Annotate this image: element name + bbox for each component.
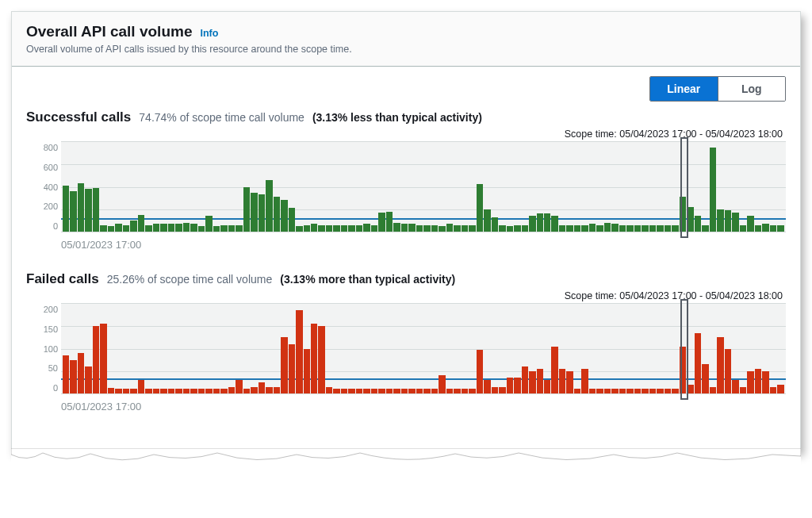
- bar[interactable]: [401, 224, 408, 232]
- bar[interactable]: [236, 380, 242, 393]
- bar[interactable]: [566, 225, 573, 232]
- bar[interactable]: [454, 225, 460, 232]
- bar[interactable]: [78, 183, 84, 232]
- bar[interactable]: [153, 389, 159, 393]
- bar[interactable]: [190, 389, 197, 393]
- bar[interactable]: [296, 310, 302, 393]
- bar[interactable]: [296, 226, 302, 232]
- bar[interactable]: [710, 387, 716, 393]
- bar[interactable]: [175, 389, 182, 393]
- bar[interactable]: [695, 216, 701, 232]
- bar[interactable]: [274, 197, 280, 232]
- bar[interactable]: [311, 324, 317, 393]
- bar[interactable]: [589, 389, 596, 393]
- bar[interactable]: [63, 355, 69, 393]
- bar[interactable]: [611, 224, 618, 232]
- bar[interactable]: [85, 366, 91, 393]
- bar[interactable]: [725, 349, 731, 394]
- bar[interactable]: [363, 389, 370, 393]
- bar[interactable]: [431, 225, 438, 232]
- bar[interactable]: [356, 225, 362, 232]
- bar[interactable]: [333, 225, 339, 232]
- bar[interactable]: [326, 225, 332, 232]
- bar[interactable]: [619, 225, 626, 232]
- bar[interactable]: [529, 371, 535, 393]
- bar[interactable]: [717, 209, 723, 232]
- bar[interactable]: [63, 186, 69, 232]
- bar[interactable]: [378, 213, 385, 232]
- bar[interactable]: [318, 225, 324, 232]
- bar[interactable]: [477, 184, 483, 232]
- bar[interactable]: [642, 389, 648, 393]
- bar[interactable]: [559, 225, 565, 232]
- bar[interactable]: [356, 389, 362, 393]
- bar[interactable]: [499, 225, 505, 232]
- bar[interactable]: [642, 225, 648, 232]
- bar[interactable]: [596, 225, 603, 232]
- bar[interactable]: [499, 387, 505, 393]
- bar[interactable]: [604, 389, 611, 393]
- bar[interactable]: [70, 191, 76, 232]
- bar[interactable]: [514, 225, 520, 232]
- bar[interactable]: [281, 200, 287, 232]
- bar[interactable]: [649, 225, 656, 232]
- bar[interactable]: [619, 389, 626, 393]
- bar[interactable]: [702, 225, 708, 232]
- bar[interactable]: [762, 224, 768, 232]
- bar[interactable]: [634, 389, 641, 393]
- bar[interactable]: [378, 389, 385, 393]
- bar[interactable]: [551, 216, 557, 232]
- bar[interactable]: [311, 224, 317, 232]
- bar[interactable]: [431, 389, 438, 393]
- bar[interactable]: [408, 224, 415, 232]
- bar[interactable]: [566, 371, 573, 393]
- bar[interactable]: [484, 209, 490, 232]
- bar[interactable]: [484, 380, 490, 393]
- bar[interactable]: [717, 337, 723, 393]
- bar[interactable]: [665, 389, 671, 393]
- bar[interactable]: [220, 225, 227, 232]
- bar[interactable]: [371, 225, 377, 232]
- bar[interactable]: [100, 225, 106, 232]
- bar[interactable]: [145, 225, 151, 232]
- bar[interactable]: [740, 225, 746, 232]
- bar[interactable]: [574, 225, 580, 232]
- bar[interactable]: [115, 224, 121, 232]
- bar[interactable]: [108, 388, 114, 393]
- bar[interactable]: [251, 387, 257, 393]
- bar[interactable]: [289, 208, 295, 232]
- bar[interactable]: [589, 224, 596, 232]
- bar[interactable]: [469, 389, 475, 393]
- bar[interactable]: [611, 389, 618, 393]
- bar[interactable]: [446, 389, 453, 393]
- bar[interactable]: [672, 389, 678, 393]
- bar[interactable]: [777, 385, 783, 393]
- bar[interactable]: [529, 216, 535, 232]
- bar[interactable]: [492, 387, 498, 393]
- bar[interactable]: [160, 389, 167, 393]
- bar[interactable]: [386, 212, 393, 232]
- bar[interactable]: [108, 226, 114, 232]
- bar[interactable]: [304, 349, 310, 394]
- bar[interactable]: [363, 224, 370, 232]
- bar[interactable]: [85, 189, 91, 232]
- bar[interactable]: [747, 371, 753, 393]
- bar[interactable]: [348, 225, 354, 232]
- bar[interactable]: [537, 369, 543, 393]
- bar[interactable]: [251, 193, 257, 232]
- bar[interactable]: [138, 380, 144, 393]
- bar[interactable]: [100, 324, 106, 393]
- bar[interactable]: [416, 389, 423, 393]
- bar[interactable]: [770, 225, 776, 232]
- bar[interactable]: [514, 378, 520, 393]
- bar[interactable]: [454, 389, 460, 393]
- bar[interactable]: [183, 389, 190, 393]
- bar[interactable]: [581, 225, 588, 232]
- linear-button[interactable]: Linear: [650, 77, 718, 101]
- bar[interactable]: [123, 389, 129, 393]
- bar[interactable]: [78, 353, 84, 393]
- bar[interactable]: [205, 216, 212, 232]
- bar[interactable]: [537, 213, 543, 232]
- bar[interactable]: [93, 326, 99, 393]
- bar[interactable]: [198, 389, 205, 393]
